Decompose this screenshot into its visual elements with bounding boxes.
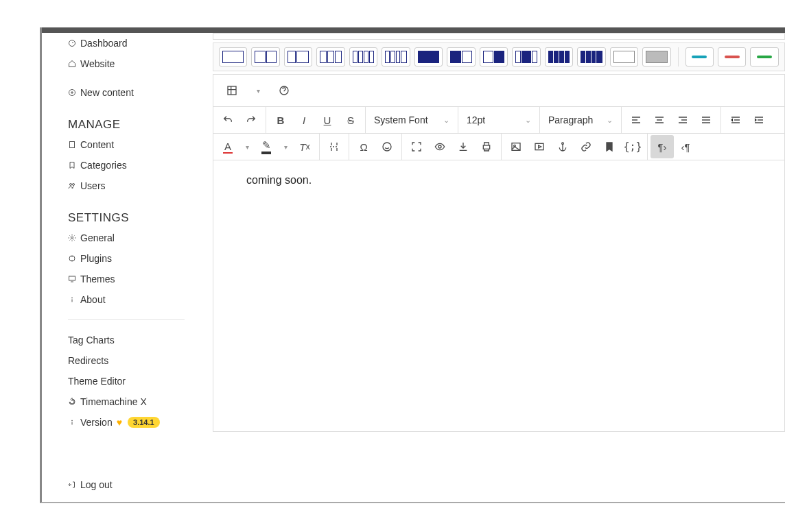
sidebar-item-theme-editor[interactable]: Theme Editor <box>68 371 205 391</box>
indent-button[interactable] <box>747 108 771 132</box>
layout-1col[interactable] <box>219 47 247 66</box>
layout-3col[interactable] <box>316 47 344 66</box>
help-button[interactable] <box>272 79 296 102</box>
layout-2col-fill-right[interactable] <box>480 47 508 66</box>
sidebar-item-label: Dashboard <box>80 38 128 49</box>
sidebar-item-logout[interactable]: Log out <box>68 474 113 495</box>
rtl-button[interactable]: ‹¶ <box>674 135 697 158</box>
bookmark-icon <box>68 161 76 169</box>
sidebar: Dashboard Website New content MANAGE Con… <box>42 33 205 502</box>
save-button[interactable] <box>452 135 475 158</box>
text-color-button[interactable]: A <box>216 135 239 158</box>
version-badge: 3.14.1 <box>128 417 160 428</box>
sidebar-item-label: Website <box>80 58 115 69</box>
page-break-button[interactable] <box>323 135 346 158</box>
layout-4col-fill[interactable] <box>545 47 573 66</box>
sidebar-item-content[interactable]: Content <box>68 134 205 155</box>
clear-format-button[interactable]: Tx <box>293 135 316 158</box>
svg-rect-13 <box>483 145 489 149</box>
block-format-select[interactable]: Paragraph ⌄ <box>543 108 618 132</box>
layout-2col[interactable] <box>251 47 279 66</box>
align-right-button[interactable] <box>671 108 694 132</box>
code-button[interactable]: {;} <box>621 135 644 158</box>
layout-1col-fill[interactable] <box>414 47 443 66</box>
anchor-button[interactable] <box>551 135 574 158</box>
layout-toolbar <box>213 43 785 71</box>
chevron-down-icon[interactable]: ▾ <box>250 79 266 102</box>
logout-icon <box>68 481 76 489</box>
sidebar-item-dashboard[interactable]: Dashboard <box>68 33 205 53</box>
font-size-select[interactable]: 12pt ⌄ <box>461 108 537 132</box>
sidebar-item-redirects[interactable]: Redirects <box>68 350 205 371</box>
layout-4col-wide[interactable] <box>382 47 410 66</box>
editor-text: coming soon. <box>246 174 312 186</box>
document-icon <box>68 141 76 149</box>
sidebar-item-label: About <box>80 294 106 305</box>
layout-stripe-red[interactable] <box>718 47 746 66</box>
editor-menubar: ▾ <box>213 74 785 106</box>
plugin-icon <box>68 254 76 263</box>
bold-button[interactable]: B <box>269 108 292 132</box>
video-button[interactable] <box>528 135 551 158</box>
editor-content[interactable]: coming soon. <box>213 160 785 432</box>
svg-point-12 <box>438 145 441 148</box>
strikethrough-button[interactable]: S <box>339 108 362 132</box>
align-center-button[interactable] <box>648 108 671 132</box>
layout-3col-fill-mid[interactable] <box>512 47 540 66</box>
font-size-value: 12pt <box>467 114 485 125</box>
sidebar-item-general[interactable]: General <box>68 228 205 248</box>
users-icon <box>68 182 76 190</box>
layout-2col-fill-left[interactable] <box>447 47 475 66</box>
heart-icon: ♥ <box>117 417 122 428</box>
ltr-button[interactable]: ¶› <box>651 135 674 158</box>
sidebar-divider <box>68 319 185 320</box>
sidebar-item-categories[interactable]: Categories <box>68 155 205 176</box>
sidebar-item-timemachine[interactable]: Timemachine X <box>68 391 205 412</box>
chevron-down-icon[interactable]: ▾ <box>278 135 293 158</box>
layout-stripe-green[interactable] <box>750 47 778 66</box>
table-menu-button[interactable] <box>220 79 244 102</box>
layout-separator <box>678 47 679 66</box>
sidebar-item-about[interactable]: About <box>68 289 205 310</box>
layout-grey[interactable] <box>642 47 670 66</box>
preview-button[interactable] <box>428 135 452 158</box>
layout-4col-fill-b[interactable] <box>577 47 605 66</box>
chevron-down-icon[interactable]: ▾ <box>239 135 255 158</box>
info-icon <box>68 418 76 426</box>
sidebar-item-themes[interactable]: Themes <box>68 269 205 289</box>
align-left-button[interactable] <box>624 108 648 132</box>
outdent-button[interactable] <box>724 108 747 132</box>
layout-2col-left[interactable] <box>284 47 312 66</box>
refresh-icon <box>68 398 76 406</box>
undo-button[interactable] <box>216 108 239 132</box>
emoji-button[interactable] <box>375 135 399 158</box>
italic-button[interactable]: I <box>292 108 316 132</box>
svg-point-7 <box>72 298 73 298</box>
layout-boxed[interactable] <box>610 47 638 66</box>
align-justify-button[interactable] <box>694 108 718 132</box>
gauge-icon <box>68 39 76 47</box>
sidebar-item-label: Users <box>80 180 106 191</box>
image-button[interactable] <box>504 135 528 158</box>
sidebar-item-plugins[interactable]: Plugins <box>68 248 205 269</box>
sidebar-item-website[interactable]: Website <box>68 53 205 74</box>
home-icon <box>68 60 76 68</box>
sidebar-item-users[interactable]: Users <box>68 176 205 196</box>
underline-button[interactable]: U <box>316 108 339 132</box>
layout-4col[interactable] <box>349 47 377 66</box>
special-char-button[interactable]: Ω <box>352 135 375 158</box>
sidebar-item-new-content[interactable]: New content <box>68 82 205 103</box>
link-button[interactable] <box>574 135 598 158</box>
editor-panel: ▾ B I U S System Font ⌄ 12pt ⌄ <box>213 33 785 502</box>
svg-rect-6 <box>69 276 75 280</box>
highlight-color-button[interactable]: ✎ <box>255 135 278 158</box>
redo-button[interactable] <box>239 108 263 132</box>
bookmark-button[interactable] <box>598 135 621 158</box>
fullscreen-button[interactable] <box>405 135 428 158</box>
sidebar-item-tag-charts[interactable]: Tag Charts <box>68 330 205 350</box>
print-button[interactable] <box>475 135 498 158</box>
svg-point-17 <box>562 143 564 145</box>
layout-stripe-cyan[interactable] <box>686 47 714 66</box>
font-family-select[interactable]: System Font ⌄ <box>368 108 455 132</box>
sidebar-item-version[interactable]: Version ♥ 3.14.1 <box>68 412 205 433</box>
